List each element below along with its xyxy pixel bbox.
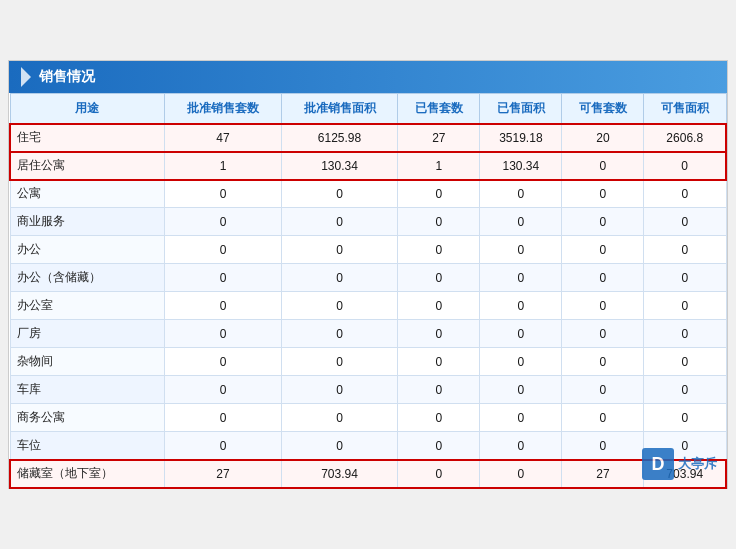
table-row: 住宅476125.98273519.18202606.8: [10, 124, 726, 152]
cell-2-5: 0: [644, 180, 726, 208]
header-col-0: 用途: [10, 94, 165, 124]
cell-11-4: 0: [562, 432, 644, 460]
cell-4-4: 0: [562, 236, 644, 264]
row-label-12: 储藏室（地下室）: [10, 460, 165, 488]
sales-table: 用途批准销售套数批准销售面积已售套数已售面积可售套数可售面积 住宅476125.…: [9, 93, 727, 488]
header-col-6: 可售面积: [644, 94, 726, 124]
cell-12-1: 703.94: [281, 460, 398, 488]
cell-3-5: 0: [644, 208, 726, 236]
row-label-9: 车库: [10, 376, 165, 404]
watermark-text: 大亭斥: [678, 455, 717, 473]
cell-11-1: 0: [281, 432, 398, 460]
row-label-4: 办公: [10, 236, 165, 264]
title-bar: 销售情况: [9, 61, 727, 93]
row-label-10: 商务公寓: [10, 404, 165, 432]
watermark: D 大亭斥: [642, 448, 717, 480]
cell-10-0: 0: [165, 404, 282, 432]
cell-6-5: 0: [644, 292, 726, 320]
cell-2-1: 0: [281, 180, 398, 208]
cell-3-1: 0: [281, 208, 398, 236]
cell-8-2: 0: [398, 348, 480, 376]
cell-3-4: 0: [562, 208, 644, 236]
table-row: 杂物间000000: [10, 348, 726, 376]
cell-0-0: 47: [165, 124, 282, 152]
cell-4-0: 0: [165, 236, 282, 264]
cell-9-2: 0: [398, 376, 480, 404]
title-text: 销售情况: [39, 68, 95, 86]
cell-2-0: 0: [165, 180, 282, 208]
cell-0-3: 3519.18: [480, 124, 562, 152]
row-label-11: 车位: [10, 432, 165, 460]
cell-1-3: 130.34: [480, 152, 562, 180]
cell-5-3: 0: [480, 264, 562, 292]
main-container: 销售情况 用途批准销售套数批准销售面积已售套数已售面积可售套数可售面积 住宅47…: [8, 60, 728, 489]
cell-5-5: 0: [644, 264, 726, 292]
cell-12-4: 27: [562, 460, 644, 488]
table-row: 办公000000: [10, 236, 726, 264]
cell-9-4: 0: [562, 376, 644, 404]
header-col-2: 批准销售面积: [281, 94, 398, 124]
row-label-2: 公寓: [10, 180, 165, 208]
header-col-4: 已售面积: [480, 94, 562, 124]
cell-9-5: 0: [644, 376, 726, 404]
cell-9-3: 0: [480, 376, 562, 404]
cell-9-0: 0: [165, 376, 282, 404]
cell-2-2: 0: [398, 180, 480, 208]
cell-8-0: 0: [165, 348, 282, 376]
cell-5-1: 0: [281, 264, 398, 292]
row-label-7: 厂房: [10, 320, 165, 348]
header-col-3: 已售套数: [398, 94, 480, 124]
table-row: 厂房000000: [10, 320, 726, 348]
cell-6-0: 0: [165, 292, 282, 320]
table-row: 办公室000000: [10, 292, 726, 320]
cell-7-0: 0: [165, 320, 282, 348]
cell-5-0: 0: [165, 264, 282, 292]
cell-4-1: 0: [281, 236, 398, 264]
cell-7-3: 0: [480, 320, 562, 348]
table-row: 办公（含储藏）000000: [10, 264, 726, 292]
cell-8-3: 0: [480, 348, 562, 376]
cell-10-2: 0: [398, 404, 480, 432]
header-col-5: 可售套数: [562, 94, 644, 124]
cell-1-1: 130.34: [281, 152, 398, 180]
cell-1-5: 0: [644, 152, 726, 180]
table-row: 居住公寓1130.341130.3400: [10, 152, 726, 180]
cell-10-1: 0: [281, 404, 398, 432]
cell-2-4: 0: [562, 180, 644, 208]
cell-12-3: 0: [480, 460, 562, 488]
cell-7-4: 0: [562, 320, 644, 348]
cell-4-2: 0: [398, 236, 480, 264]
cell-7-2: 0: [398, 320, 480, 348]
cell-11-2: 0: [398, 432, 480, 460]
cell-11-3: 0: [480, 432, 562, 460]
table-row: 商务公寓000000: [10, 404, 726, 432]
table-wrapper: 用途批准销售套数批准销售面积已售套数已售面积可售套数可售面积 住宅476125.…: [9, 93, 727, 488]
cell-0-5: 2606.8: [644, 124, 726, 152]
table-row: 车位000000: [10, 432, 726, 460]
cell-2-3: 0: [480, 180, 562, 208]
cell-6-3: 0: [480, 292, 562, 320]
row-label-6: 办公室: [10, 292, 165, 320]
cell-8-5: 0: [644, 348, 726, 376]
cell-5-2: 0: [398, 264, 480, 292]
row-label-8: 杂物间: [10, 348, 165, 376]
cell-4-5: 0: [644, 236, 726, 264]
table-row: 公寓000000: [10, 180, 726, 208]
table-row: 储藏室（地下室）27703.940027703.94: [10, 460, 726, 488]
cell-6-4: 0: [562, 292, 644, 320]
table-row: 商业服务000000: [10, 208, 726, 236]
row-label-1: 居住公寓: [10, 152, 165, 180]
cell-12-0: 27: [165, 460, 282, 488]
row-label-5: 办公（含储藏）: [10, 264, 165, 292]
cell-0-4: 20: [562, 124, 644, 152]
cell-0-1: 6125.98: [281, 124, 398, 152]
cell-0-2: 27: [398, 124, 480, 152]
cell-6-2: 0: [398, 292, 480, 320]
cell-6-1: 0: [281, 292, 398, 320]
cell-12-2: 0: [398, 460, 480, 488]
cell-8-4: 0: [562, 348, 644, 376]
cell-7-1: 0: [281, 320, 398, 348]
cell-10-4: 0: [562, 404, 644, 432]
cell-10-3: 0: [480, 404, 562, 432]
cell-7-5: 0: [644, 320, 726, 348]
